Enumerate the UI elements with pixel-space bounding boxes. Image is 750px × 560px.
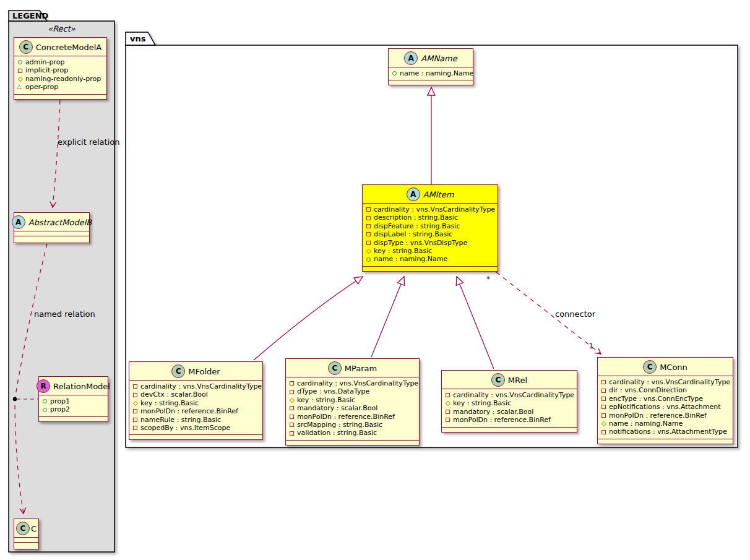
class-abstractmodelb: A AbstractModelB: [14, 212, 90, 243]
field-visibility-icon: [601, 413, 606, 418]
class-name: AMName: [421, 54, 457, 63]
attribute-row: key : string.Basic: [132, 399, 259, 407]
uml-class-diagram: LEGEND vns «Rect» C ConcreteModelA admin…: [0, 0, 750, 560]
class-header: C C: [14, 519, 38, 538]
attribute-row: notifications : vns.AttachmentType: [601, 428, 730, 436]
attribute-text: key : string.Basic: [140, 399, 199, 407]
class-header: C MRel: [442, 371, 577, 389]
attribute-row: description : string.Basic: [366, 213, 494, 222]
class-header: C ConcreteModelA: [14, 38, 106, 56]
field-visibility-icon: [445, 417, 450, 423]
attribute-row: monPolDn : reference.BinRef: [601, 411, 730, 420]
attribute-text: srcMapping : string.Basic: [297, 421, 382, 429]
class-name: AbstractModelB: [28, 218, 92, 227]
field-visibility-icon: [289, 414, 295, 420]
attribute-row: implicit-prop: [17, 66, 103, 74]
attribute-text: name : naming.Name: [374, 255, 447, 263]
field-visibility-icon: [601, 379, 606, 385]
class-spot-icon: A: [404, 51, 418, 65]
attribute-text: cardinality : vns.VnsCardinalityType: [609, 378, 730, 386]
field-visibility-icon: [17, 68, 23, 74]
attribute-text: oper-prop: [25, 83, 58, 91]
class-spot-icon: C: [171, 364, 185, 378]
attribute-row: validation : string.Basic: [289, 429, 416, 437]
attribute-row: key : string.Basic: [289, 396, 416, 404]
relation-junction-dot: [13, 397, 17, 401]
class-header: R RelationModel: [39, 377, 108, 395]
methods-compartment: [14, 95, 106, 99]
class-name: C: [31, 524, 37, 533]
attribute-row: monPolDn : reference.BinRef: [445, 416, 574, 424]
attribute-text: encType : vns.ConnEncType: [609, 395, 703, 403]
attribute-row: admin-prop: [17, 58, 103, 66]
class-spot-icon: C: [19, 40, 33, 54]
field-visibility-icon: [445, 401, 450, 407]
field-visibility-icon: [42, 398, 48, 404]
attribute-row: srcMapping : string.Basic: [289, 421, 416, 429]
class-header: C MParam: [286, 359, 419, 377]
methods-compartment: [39, 417, 108, 421]
class-spot-icon: C: [643, 360, 657, 374]
class-header: A AbstractModelB: [14, 213, 89, 231]
methods-compartment: [14, 236, 89, 243]
class-amitem: A AMItem cardinality : vns.VnsCardinalit…: [362, 184, 498, 272]
attribute-row: name : naming.Name: [601, 420, 730, 428]
attribute-row: devCtx : scalar.Bool: [132, 390, 259, 398]
class-name: MRel: [508, 376, 527, 385]
class-mfolder: C MFolder cardinality : vns.VnsCardinali…: [129, 361, 263, 440]
field-visibility-icon: [366, 231, 371, 237]
vns-package-tab: vns: [130, 34, 145, 43]
class-name: MParam: [345, 364, 377, 373]
field-visibility-icon: [17, 84, 23, 90]
field-visibility-icon: [132, 425, 138, 431]
attribute-text: monPolDn : reference.BinRef: [609, 411, 707, 420]
class-name: RelationModel: [53, 382, 110, 391]
class-name: AMItem: [423, 190, 454, 199]
class-spot-icon: A: [407, 187, 420, 201]
attribute-row: cardinality : vns.VnsCardinalityType: [366, 205, 494, 213]
field-visibility-icon: [289, 389, 295, 395]
methods-compartment: [286, 441, 419, 445]
attribute-text: cardinality : vns.VnsCardinalityType: [297, 379, 418, 387]
attribute-text: admin-prop: [25, 58, 64, 66]
attribute-text: monPolDn : reference.BinRef: [453, 416, 551, 424]
legend-stereotype: «Rect»: [9, 24, 114, 33]
attribute-text: description : string.Basic: [374, 213, 458, 222]
field-visibility-icon: [289, 431, 295, 436]
field-visibility-icon: [366, 240, 371, 246]
attribute-text: mandatory : scalar.Bool: [453, 408, 533, 416]
class-header: C MConn: [598, 358, 733, 376]
attribute-text: prop1: [50, 397, 70, 405]
fields-compartment: [14, 538, 38, 542]
attribute-text: cardinality : vns.VnsCardinalityType: [374, 205, 495, 213]
attribute-row: dir : vns.ConnDirection: [601, 386, 730, 394]
class-name: ConcreteModelA: [36, 43, 102, 52]
field-visibility-icon: [366, 248, 371, 254]
field-visibility-icon: [601, 388, 606, 394]
attribute-list: cardinality : vns.VnsCardinalityType dTy…: [286, 377, 419, 441]
attribute-row: cardinality : vns.VnsCardinalityType: [289, 379, 416, 387]
attribute-row: encType : vns.ConnEncType: [601, 395, 730, 403]
attribute-row: dispType : vns.VnsDispType: [366, 239, 494, 247]
field-visibility-icon: [289, 381, 295, 386]
attribute-text: implicit-prop: [25, 66, 68, 74]
field-visibility-icon: [289, 397, 295, 403]
class-c: C C: [14, 519, 39, 549]
class-name: MFolder: [188, 367, 220, 376]
attribute-list: cardinality : vns.VnsCardinalityType key…: [442, 389, 577, 428]
class-mparam: C MParam cardinality : vns.VnsCardinalit…: [285, 358, 420, 446]
class-concretemodela: C ConcreteModelA admin-prop implicit-pro…: [14, 37, 107, 100]
field-visibility-icon: [601, 404, 606, 410]
class-spot-icon: C: [16, 522, 30, 535]
attribute-row: scopedBy : vns.ItemScope: [132, 424, 259, 432]
attribute-row: name : naming.Name: [392, 69, 470, 77]
class-mconn: C MConn cardinality : vns.VnsCardinality…: [597, 357, 733, 444]
field-visibility-icon: [42, 407, 48, 413]
field-visibility-icon: [601, 429, 606, 435]
field-visibility-icon: [601, 421, 606, 426]
field-visibility-icon: [17, 76, 23, 82]
field-visibility-icon: [132, 384, 138, 389]
attribute-text: dispFeature : string.Basic: [374, 222, 460, 230]
class-name: MConn: [660, 363, 688, 372]
field-visibility-icon: [289, 422, 295, 428]
